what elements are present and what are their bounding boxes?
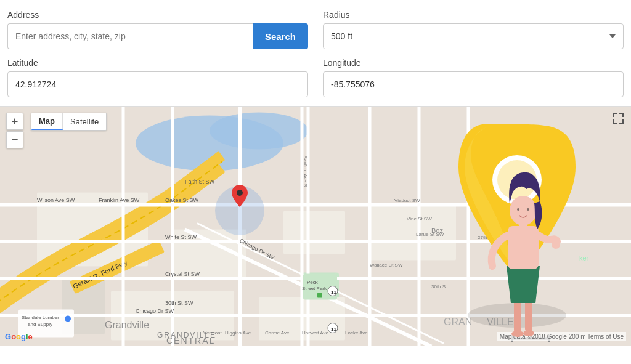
svg-point-86 xyxy=(527,208,529,211)
fullscreen-icon xyxy=(613,113,624,124)
svg-text:and Supply: and Supply xyxy=(28,322,52,327)
zoom-in-button[interactable]: + xyxy=(6,113,23,130)
svg-text:Carme Ave: Carme Ave xyxy=(265,330,290,336)
form-row-1: Address Search Radius 100 ft 200 ft 500 … xyxy=(7,10,624,49)
zoom-out-button[interactable]: − xyxy=(6,131,23,148)
svg-text:Wallace Ct SW: Wallace Ct SW xyxy=(370,262,403,268)
svg-point-41 xyxy=(65,316,71,322)
google-logo: Google xyxy=(5,332,33,341)
longitude-input[interactable] xyxy=(323,71,624,97)
svg-text:Oakes St SW: Oakes St SW xyxy=(165,197,199,203)
svg-rect-81 xyxy=(508,226,539,269)
marker-pin xyxy=(232,185,248,207)
svg-text:Franklin Ave SW: Franklin Ave SW xyxy=(99,197,140,203)
svg-rect-6 xyxy=(283,211,345,254)
svg-text:Vermont: Vermont xyxy=(203,330,222,336)
svg-text:Harvest Ave: Harvest Ave xyxy=(302,330,329,336)
address-input[interactable] xyxy=(7,23,253,49)
longitude-label: Longitude xyxy=(323,58,624,68)
illustration-svg xyxy=(421,112,594,346)
google-logo-g: G xyxy=(5,332,11,341)
svg-rect-47 xyxy=(317,293,322,298)
svg-point-2 xyxy=(210,113,308,150)
svg-point-84 xyxy=(510,196,537,225)
svg-text:11: 11 xyxy=(331,289,336,295)
latitude-label: Latitude xyxy=(7,58,308,68)
svg-text:Chicago Dr SW: Chicago Dr SW xyxy=(136,308,174,314)
google-logo-o1: o xyxy=(11,332,16,341)
svg-text:30th St SW: 30th St SW xyxy=(165,300,193,306)
svg-text:Standale Lumber: Standale Lumber xyxy=(22,315,59,320)
map-type-controls: Map Satellite xyxy=(31,113,107,131)
svg-text:Grandville: Grandville xyxy=(105,320,149,330)
radius-group: Radius 100 ft 200 ft 500 ft 1000 ft 1 mi… xyxy=(323,10,624,49)
address-group: Address Search xyxy=(7,10,308,49)
radius-label: Radius xyxy=(323,10,624,20)
marker-pin-svg xyxy=(232,185,248,207)
svg-point-82 xyxy=(552,240,560,249)
map-marker xyxy=(232,185,248,207)
google-logo-g2: g xyxy=(21,332,26,341)
svg-text:Sanford Ave S: Sanford Ave S xyxy=(303,156,308,187)
latitude-group: Latitude xyxy=(7,58,308,97)
svg-text:11: 11 xyxy=(331,326,336,332)
svg-text:Viaduct SW: Viaduct SW xyxy=(394,198,420,203)
expand-map-button[interactable] xyxy=(613,113,625,125)
svg-point-79 xyxy=(511,331,524,337)
svg-point-73 xyxy=(237,190,243,196)
svg-text:Street Park: Street Park xyxy=(302,286,327,291)
svg-text:White St SW: White St SW xyxy=(165,234,197,240)
google-logo-e: e xyxy=(28,332,33,341)
longitude-group: Longitude xyxy=(323,58,624,97)
address-input-row: Search xyxy=(7,23,308,49)
form-row-2: Latitude Longitude xyxy=(7,58,624,97)
svg-text:Locke Ave: Locke Ave xyxy=(345,330,368,336)
svg-text:Peck: Peck xyxy=(307,280,319,285)
svg-text:Crystal St SW: Crystal St SW xyxy=(165,271,200,277)
map-background: Gerald R. Ford Fwy Wilson Ave SW Frankli… xyxy=(0,107,631,346)
search-button[interactable]: Search xyxy=(253,23,308,49)
svg-text:Higgins Ave: Higgins Ave xyxy=(225,330,251,336)
radius-select[interactable]: 100 ft 200 ft 500 ft 1000 ft 1 mile 5 mi… xyxy=(323,23,624,49)
map-zoom-controls: + − xyxy=(6,113,23,148)
svg-point-85 xyxy=(517,208,519,211)
address-label: Address xyxy=(7,10,308,20)
svg-text:Faith St SW: Faith St SW xyxy=(185,179,215,185)
map-type-map-button[interactable]: Map xyxy=(31,113,63,130)
decorative-illustration xyxy=(421,112,594,346)
main-container: Address Search Radius 100 ft 200 ft 500 … xyxy=(0,0,631,97)
latitude-input[interactable] xyxy=(7,71,308,97)
map-container[interactable]: Gerald R. Ford Fwy Wilson Ave SW Frankli… xyxy=(0,106,631,346)
map-type-satellite-button[interactable]: Satellite xyxy=(63,113,106,130)
svg-point-80 xyxy=(523,330,534,336)
google-logo-o2: o xyxy=(16,332,21,341)
svg-text:Wilson Ave SW: Wilson Ave SW xyxy=(37,197,75,203)
